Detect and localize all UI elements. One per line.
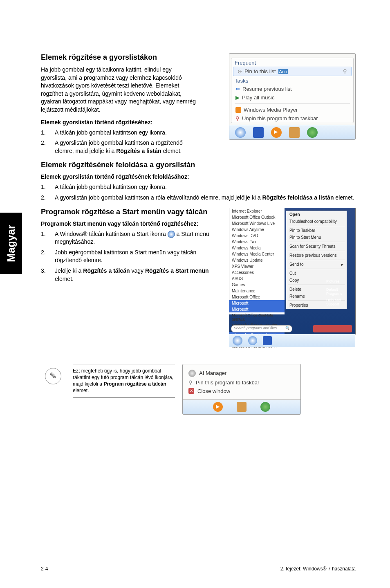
note-text3: elemet. xyxy=(73,388,89,393)
sec2-step2: 2. A gyorslistán jobb gombbal kattintson… xyxy=(41,194,356,202)
taskbar-word-icon[interactable] xyxy=(253,127,264,138)
ctx-sendto[interactable]: Send to▸ xyxy=(286,261,347,268)
sec1-step2: 2. A gyorslistán jobb gombbal kattintson… xyxy=(41,139,196,155)
play-icon: ▶ xyxy=(235,94,240,101)
note-text2: Program rögzítése a tálcán xyxy=(103,381,166,387)
sm-left-mediac[interactable]: Windows Media Center xyxy=(229,251,285,257)
ctx-scan[interactable]: Scan for Security Threats xyxy=(286,243,347,250)
sec3-step3-text: Jelölje ki a Rögzítés a tálcán vagy Rögz… xyxy=(55,267,221,283)
sm-back[interactable]: ◂ Back xyxy=(233,317,245,322)
jumplist-item-play[interactable]: ▶ Play all music xyxy=(231,93,353,102)
nb-taskbar xyxy=(183,399,300,414)
gear-icon xyxy=(188,370,196,377)
sec2-step2c: elemet. xyxy=(334,194,354,201)
nb-folder-icon[interactable] xyxy=(237,402,247,412)
sm-left-outlook[interactable]: Microsoft Office Outlook xyxy=(229,214,285,220)
sm-left-maintenance[interactable]: Maintenance xyxy=(229,288,285,294)
sec3-step2-text: Jobb egérgombbal kattintson a Start menü… xyxy=(55,249,221,265)
sm-left-live[interactable]: Microsoft Windows Live xyxy=(229,220,285,227)
start-icon xyxy=(168,231,175,238)
taskbar xyxy=(229,125,355,139)
shutdown-button[interactable] xyxy=(313,325,352,332)
sm-left-dvd[interactable]: Windows DVD xyxy=(229,233,285,239)
sm-left-ie[interactable]: Internet Explorer xyxy=(229,208,285,214)
taskbar-wmc-icon[interactable] xyxy=(307,127,318,138)
startmenu-taskbar xyxy=(229,334,355,347)
jumplist-item-pin[interactable]: ⊖ Pin to this list Acri ⚲ xyxy=(233,67,352,76)
taskbar-word-icon-2[interactable] xyxy=(263,336,272,345)
pin-to-list-label: Pin to this list xyxy=(244,68,276,74)
ctx-trouble[interactable]: Troubleshoot compatibility xyxy=(286,218,347,225)
pin-icon-2: ⚲ xyxy=(188,379,193,386)
sm-left-xps[interactable]: XPS Viewer xyxy=(229,263,285,269)
unpin-label: Unpin this program from taskbar xyxy=(242,115,318,121)
sec1-step1-text: A tálcán jobb gombbal kattintson egy iko… xyxy=(55,129,196,137)
jumplist-unpin[interactable]: ⚲ Unpin this program from taskbar xyxy=(231,114,353,123)
ctx-pin-start[interactable]: Pin to Start Menu xyxy=(286,234,347,241)
note-icon: ✎ xyxy=(45,368,61,384)
jumplist-tasks-header: Tasks xyxy=(231,76,353,85)
sm-left-anytime[interactable]: Windows Anytime xyxy=(229,227,285,233)
taskbar-folder-icon[interactable] xyxy=(289,127,300,138)
taskbar-ie-icon[interactable] xyxy=(235,127,246,138)
sm-left-games[interactable]: Games xyxy=(229,282,285,288)
sm-left-update[interactable]: Windows Update xyxy=(229,257,285,263)
sm-left-moffice2[interactable]: Microsoft xyxy=(229,300,285,306)
nb-close-label: Close window xyxy=(197,388,230,394)
pin-icon[interactable]: ⚲ xyxy=(343,68,347,74)
sec2-sub: Elemek gyorslistán történő rögzítésének … xyxy=(41,173,356,180)
sm-left-fax[interactable]: Windows Fax xyxy=(229,239,285,245)
sm-right-help[interactable]: Help and Support xyxy=(326,298,354,306)
pin-to-list-suffix: Acri xyxy=(278,69,288,74)
sm-right-pictures[interactable]: Pictures xyxy=(326,279,354,283)
sec3-step3d: Rögzítés a Start menün xyxy=(145,267,209,274)
search-icon: 🔍 xyxy=(285,326,289,330)
sec2-step2-text: A gyorslistán jobb gombbal kattintson a … xyxy=(55,194,356,202)
startmenu-screenshot: Internet Explorer Microsoft Office Outlo… xyxy=(229,208,356,334)
sec3-heading: Programok rögzítése a Start menün vagy t… xyxy=(41,208,221,216)
sec3-step1a: A Windows® tálcán kattintson a Start iko… xyxy=(55,231,168,237)
ctx-restore[interactable]: Restore previous versions xyxy=(286,252,347,259)
search-placeholder: Search programs and files xyxy=(234,326,277,330)
sec3-sub: Programok Start menün vagy tálcán történ… xyxy=(41,220,221,227)
sm-left-moffice[interactable]: Microsoft Office xyxy=(229,294,285,300)
jumplist-item-resume[interactable]: ⇐ Resume previous list xyxy=(231,85,353,93)
nb-wmp-icon[interactable] xyxy=(213,402,223,412)
nb-pin[interactable]: ⚲ Pin this program to taskbar xyxy=(188,378,295,387)
chapter-label: 2. fejezet: Windows® 7 használata xyxy=(280,566,356,572)
ctx-pin-taskbar[interactable]: Pin to Taskbar xyxy=(286,227,347,234)
sec1-sub: Elemek gyorslistán történő rögzítéséhez: xyxy=(41,119,196,126)
taskbar-context-screenshot: AI Manager ⚲ Pin this program to taskbar… xyxy=(182,364,301,415)
search-input[interactable]: Search programs and files 🔍 xyxy=(231,325,292,332)
sec1-para: Ha jobb gombbal egy tálcaikonra kattint,… xyxy=(41,66,196,114)
nb-wmc-icon[interactable] xyxy=(260,402,270,412)
ctx-cut[interactable]: Cut xyxy=(286,270,347,277)
unpin-icon: ⚲ xyxy=(235,115,240,121)
ctx-open[interactable]: Open xyxy=(286,211,347,218)
jumplist-app-name[interactable]: Windows Media Player xyxy=(231,105,353,114)
sec3-step1-text: A Windows® tálcán kattintson a Start iko… xyxy=(55,230,221,246)
nb-app-label: AI Manager xyxy=(199,370,226,376)
taskbar-ie-icon-2[interactable] xyxy=(248,336,257,345)
jumplist-screenshot: Frequent ⊖ Pin to this list Acri ⚲ Tasks… xyxy=(229,53,356,140)
taskbar-wmp-icon[interactable] xyxy=(271,127,282,138)
sec2-heading: Elemek rögzítésének feloldása a gyorslis… xyxy=(41,161,356,169)
wmp-icon xyxy=(235,107,241,113)
nb-app[interactable]: AI Manager xyxy=(188,368,295,378)
sm-right-default[interactable]: Default Programs xyxy=(326,287,354,296)
sm-right-panel: Pictures Default Programs Help and Suppo… xyxy=(325,278,355,308)
sec3-step3e: elemet. xyxy=(55,276,74,282)
side-tab-language: Magyar xyxy=(0,213,22,274)
sec1-step2b: Rögzítés a listán xyxy=(116,148,161,154)
sm-left-moffice3[interactable]: Microsoft xyxy=(229,306,285,312)
resume-label: Resume previous list xyxy=(242,86,292,92)
sm-left-accessories[interactable]: Accessories xyxy=(229,269,285,276)
sec2-step2a: A gyorslistán jobb gombbal kattintson a … xyxy=(55,194,262,201)
sm-left-media[interactable]: Windows Media xyxy=(229,245,285,251)
sm-left-asus[interactable]: ASUS xyxy=(229,276,285,282)
jumplist-frequent-header: Frequent xyxy=(231,58,353,67)
start-orb-icon[interactable] xyxy=(233,336,242,346)
page-number: 2-4 xyxy=(41,566,48,572)
sec3-step3a: Jelölje ki a xyxy=(55,267,83,274)
nb-close[interactable]: ✕ Close window xyxy=(188,387,295,395)
